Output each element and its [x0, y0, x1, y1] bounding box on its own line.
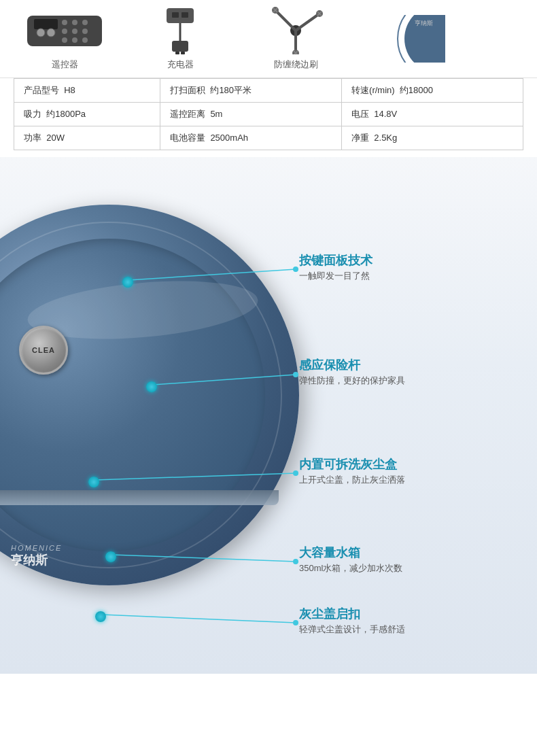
spec-cell: 净重 2.5Kg	[342, 126, 523, 150]
svg-rect-1	[34, 19, 58, 29]
svg-line-21	[275, 10, 296, 31]
annotation-waterbox: 大容量水箱 350ml水箱，减少加水次数	[299, 545, 402, 574]
svg-point-6	[72, 29, 77, 34]
clea-button[interactable]: CLEA	[19, 326, 68, 375]
svg-point-10	[82, 37, 88, 43]
svg-point-3	[72, 20, 77, 25]
svg-point-4	[82, 20, 88, 25]
brand-english: HOMENICE	[11, 544, 62, 552]
annotation-bumper-title: 感应保险杆	[299, 357, 405, 373]
spec-cell: 转速(r/min) 约18000	[342, 79, 523, 103]
svg-point-11	[37, 29, 45, 37]
spec-cell: 功率 20W	[14, 126, 160, 150]
accessory-brush: 防缠绕边刷	[238, 7, 353, 71]
charger-label: 充电器	[167, 58, 194, 71]
accessories-section: 遥控器 充电器	[0, 0, 537, 78]
spec-cell: 打扫面积 约180平米	[160, 79, 342, 103]
svg-rect-14	[172, 12, 179, 18]
svg-rect-17	[172, 41, 188, 52]
svg-point-5	[62, 29, 67, 34]
remote-label: 遥控器	[52, 58, 78, 71]
robot-section: CLEA HOMENICE 亨纳斯	[0, 157, 537, 674]
annotation-panel-title: 按键面板技术	[299, 252, 373, 269]
spec-cell: 产品型号 H8	[14, 79, 160, 103]
specs-table: 产品型号 H8 打扫面积 约180平米 转速(r/min) 约18000 吸力 …	[14, 78, 523, 150]
dustlid-dot	[95, 611, 106, 622]
spec-cell: 遥控距离 5m	[160, 103, 342, 126]
svg-line-48	[102, 615, 296, 623]
waterbox-dot	[105, 551, 116, 562]
svg-point-7	[82, 29, 88, 34]
svg-point-47	[293, 559, 298, 564]
svg-rect-18	[175, 52, 179, 54]
annotation-dustbox: 内置可拆洗灰尘盒 上开式尘盖，防止灰尘洒落	[299, 456, 405, 486]
bumper-strip	[0, 490, 279, 505]
accessory-charger: 充电器	[122, 7, 238, 71]
svg-point-38	[293, 267, 298, 272]
brand-chinese: 亨纳斯	[11, 552, 62, 568]
svg-point-2	[62, 20, 67, 25]
robot-body-outer	[0, 205, 299, 585]
annotation-bumper: 感应保险杆 弹性防撞，更好的保护家具	[299, 357, 405, 387]
svg-text:亨纳斯: 亨纳斯	[415, 20, 433, 27]
brush-image	[252, 7, 340, 54]
annotation-dustlid-title: 灰尘盖启扣	[299, 606, 405, 622]
panel-dot	[122, 277, 133, 288]
annotation-bumper-desc: 弹性防撞，更好的保护家具	[299, 375, 405, 387]
bumper-dot	[146, 381, 157, 392]
specs-row-1: 产品型号 H8 打扫面积 约180平米 转速(r/min) 约18000	[14, 79, 523, 103]
svg-line-22	[296, 14, 319, 31]
svg-rect-15	[181, 12, 188, 18]
annotation-dustbox-desc: 上开式尘盖，防止灰尘洒落	[299, 474, 405, 486]
svg-point-12	[47, 29, 55, 37]
brush-label: 防缠绕边刷	[274, 58, 318, 71]
annotation-panel-desc: 一触即发一目了然	[299, 270, 373, 282]
specs-row-2: 吸力 约1800Pa 遥控距离 5m 电压 14.8V	[14, 103, 523, 126]
accessory-robot-partial: 亨纳斯	[353, 15, 469, 63]
svg-rect-13	[167, 8, 194, 23]
accessory-remote: 遥控器	[7, 7, 122, 71]
remote-image	[20, 7, 109, 54]
annotation-waterbox-desc: 350ml水箱，减少加水次数	[299, 562, 402, 574]
spec-cell: 吸力 约1800Pa	[14, 103, 160, 126]
brand-logo: HOMENICE 亨纳斯	[11, 544, 62, 568]
annotation-dustlid: 灰尘盖启扣 轻弹式尘盖设计，手感舒适	[299, 606, 405, 636]
annotation-dustlid-desc: 轻弹式尘盖设计，手感舒适	[299, 623, 405, 636]
svg-rect-19	[181, 52, 185, 54]
dustbox-dot	[88, 477, 99, 487]
svg-point-50	[293, 620, 298, 625]
svg-point-9	[72, 37, 77, 43]
robot-partial-image: 亨纳斯	[367, 15, 455, 63]
spec-cell: 电压 14.8V	[342, 103, 523, 126]
annotation-waterbox-title: 大容量水箱	[299, 545, 402, 561]
svg-point-8	[62, 37, 67, 43]
clea-label: CLEA	[32, 346, 55, 354]
annotation-panel: 按键面板技术 一触即发一目了然	[299, 252, 373, 282]
svg-point-44	[293, 470, 298, 476]
charger-image	[136, 7, 224, 54]
spec-cell: 电池容量 2500mAh	[160, 126, 342, 150]
specs-row-3: 功率 20W 电池容量 2500mAh 净重 2.5Kg	[14, 126, 523, 150]
annotation-dustbox-title: 内置可拆洗灰尘盒	[299, 456, 405, 472]
